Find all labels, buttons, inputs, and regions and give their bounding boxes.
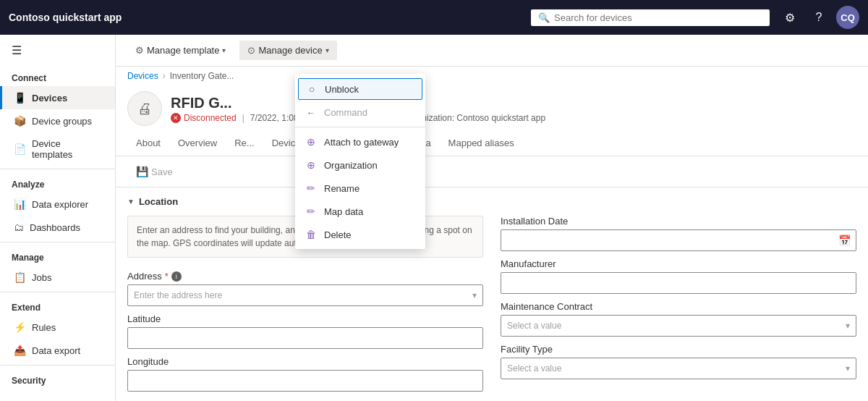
dropdown-item-map-data[interactable]: ✏ Map data	[295, 200, 425, 223]
device-status-error: ✕ Disconnected	[171, 113, 237, 123]
breadcrumb: Devices › Inventory Gate...	[116, 67, 868, 85]
tab-mapped-aliases[interactable]: Mapped aliases	[440, 132, 523, 156]
avatar[interactable]: CQ	[836, 6, 859, 29]
save-label: Save	[151, 166, 173, 177]
content-area: ⚙ Manage template ▾ ⊙ Manage device ▾ De…	[116, 35, 868, 401]
sidebar-section-security: Security	[0, 368, 115, 389]
tab-overview[interactable]: Overview	[169, 132, 226, 156]
main-layout: ☰ Connect 📱 Devices 📦 Device groups 📄 De…	[0, 35, 868, 401]
maintenance-contract-select[interactable]: Select a value ▾	[501, 315, 856, 337]
dropdown-delete-label: Delete	[324, 229, 352, 240]
sidebar-item-data-explorer[interactable]: 📊 Data explorer	[0, 193, 115, 216]
sidebar-item-dashboards[interactable]: 🗂 Dashboards	[0, 216, 115, 239]
address-field: Address * i Enter the address here ▾	[127, 271, 483, 306]
longitude-input[interactable]	[127, 370, 483, 392]
dropdown-item-delete[interactable]: 🗑 Delete	[295, 223, 425, 246]
tab-re[interactable]: Re...	[226, 132, 263, 156]
address-select[interactable]: Enter the address here ▾	[127, 284, 483, 306]
location-section-header[interactable]: ▼ Location	[127, 196, 856, 207]
latitude-label: Latitude	[127, 313, 483, 324]
location-chevron-icon: ▼	[127, 198, 135, 206]
hamburger-menu[interactable]: ☰	[0, 35, 115, 66]
status-divider-1: |	[242, 113, 244, 123]
sidebar-item-rules[interactable]: ⚡ Rules	[0, 316, 115, 339]
sidebar-item-data-export[interactable]: 📤 Data export	[0, 339, 115, 362]
manage-template-button[interactable]: ⚙ Manage template ▾	[127, 41, 234, 60]
dropdown-organization-label: Organization	[324, 160, 378, 171]
command-icon: ←	[305, 108, 317, 118]
dropdown-unblock-label: Unblock	[325, 84, 359, 95]
topbar: Contoso quickstart app 🔍 ⚙ ? CQ	[0, 0, 868, 35]
app-title: Contoso quickstart app	[9, 12, 122, 23]
device-status-label: Disconnected	[184, 113, 237, 123]
rename-icon: ✏	[305, 182, 317, 194]
tab-about[interactable]: About	[127, 132, 169, 156]
maintenance-contract-placeholder: Select a value	[507, 321, 561, 331]
jobs-icon: 📋	[14, 271, 26, 283]
breadcrumb-separator: ›	[163, 71, 166, 81]
facility-type-select[interactable]: Select a value ▾	[501, 358, 856, 379]
sidebar: ☰ Connect 📱 Devices 📦 Device groups 📄 De…	[0, 35, 116, 401]
breadcrumb-devices-link[interactable]: Devices	[127, 71, 158, 81]
settings-button[interactable]: ⚙	[778, 6, 801, 29]
installation-date-input[interactable]	[501, 229, 856, 251]
sidebar-item-devices[interactable]: 📱 Devices	[0, 86, 115, 109]
form-right-col: Installation Date 📅 Manufacturer Mainten…	[501, 216, 856, 392]
dropdown-item-attach-gateway[interactable]: ⊕ Attach to gateway	[295, 130, 425, 153]
dropdown-command-label: Command	[324, 107, 367, 118]
maintenance-contract-field: Maintenance Contract Select a value ▾	[501, 301, 856, 337]
address-select-chevron: ▾	[472, 290, 477, 300]
sidebar-divider-1	[0, 169, 115, 169]
sidebar-divider-4	[0, 365, 115, 366]
sidebar-item-data-explorer-label: Data explorer	[32, 199, 88, 210]
dropdown-item-rename[interactable]: ✏ Rename	[295, 177, 425, 200]
manage-template-label: Manage template	[147, 45, 219, 56]
sidebar-divider-3	[0, 292, 115, 292]
manage-device-button[interactable]: ⊙ Manage device ▾	[239, 41, 336, 60]
dashboards-icon: 🗂	[14, 221, 24, 233]
latitude-input[interactable]	[127, 327, 483, 349]
address-info-icon[interactable]: i	[171, 271, 182, 282]
installation-date-field: Installation Date 📅	[501, 216, 856, 251]
attach-gateway-icon: ⊕	[305, 136, 317, 148]
installation-date-wrapper: 📅	[501, 229, 856, 251]
device-templates-icon: 📄	[14, 143, 26, 155]
facility-type-chevron: ▾	[846, 363, 850, 373]
calendar-icon[interactable]: 📅	[838, 235, 851, 246]
save-icon: 💾	[136, 166, 148, 177]
save-bar: 💾 Save	[116, 156, 868, 187]
dropdown-divider	[295, 127, 425, 127]
location-section-label: Location	[139, 196, 178, 207]
help-button[interactable]: ?	[807, 6, 830, 29]
manage-template-chevron: ▾	[222, 46, 226, 54]
data-explorer-icon: 📊	[14, 198, 26, 210]
status-error-icon: ✕	[171, 113, 181, 123]
map-data-icon: ✏	[305, 206, 317, 217]
dropdown-item-organization[interactable]: ⊕ Organization	[295, 153, 425, 177]
data-export-icon: 📤	[14, 345, 26, 356]
dropdown-item-command: ← Command	[295, 101, 425, 124]
manage-device-dropdown: ○ Unblock ← Command ⊕ Attach to gateway …	[295, 74, 425, 249]
sidebar-item-dashboards-label: Dashboards	[30, 222, 80, 233]
form-two-col: Enter an address to find your building, …	[127, 216, 856, 392]
longitude-field: Longitude	[127, 356, 483, 392]
search-icon: 🔍	[538, 12, 550, 23]
sidebar-item-device-templates[interactable]: 📄 Device templates	[0, 132, 115, 166]
sidebar-divider-2	[0, 242, 115, 242]
longitude-label: Longitude	[127, 356, 483, 367]
installation-date-label: Installation Date	[501, 216, 856, 227]
maintenance-contract-chevron: ▾	[846, 321, 850, 331]
save-button[interactable]: 💾 Save	[127, 162, 182, 181]
sidebar-section-connect: Connect	[0, 66, 115, 86]
dropdown-attach-gateway-label: Attach to gateway	[324, 137, 399, 148]
sidebar-item-jobs-label: Jobs	[32, 272, 51, 283]
dropdown-item-unblock[interactable]: ○ Unblock	[298, 78, 422, 100]
sidebar-item-jobs[interactable]: 📋 Jobs	[0, 266, 115, 289]
sidebar-item-device-groups[interactable]: 📦 Device groups	[0, 109, 115, 132]
sidebar-item-device-groups-label: Device groups	[32, 116, 92, 127]
search-input[interactable]	[554, 12, 762, 23]
search-box[interactable]: 🔍	[531, 9, 770, 26]
manufacturer-input[interactable]	[501, 272, 856, 294]
facility-type-field: Facility Type Select a value ▾	[501, 344, 856, 379]
device-icon: 🖨	[127, 91, 162, 126]
